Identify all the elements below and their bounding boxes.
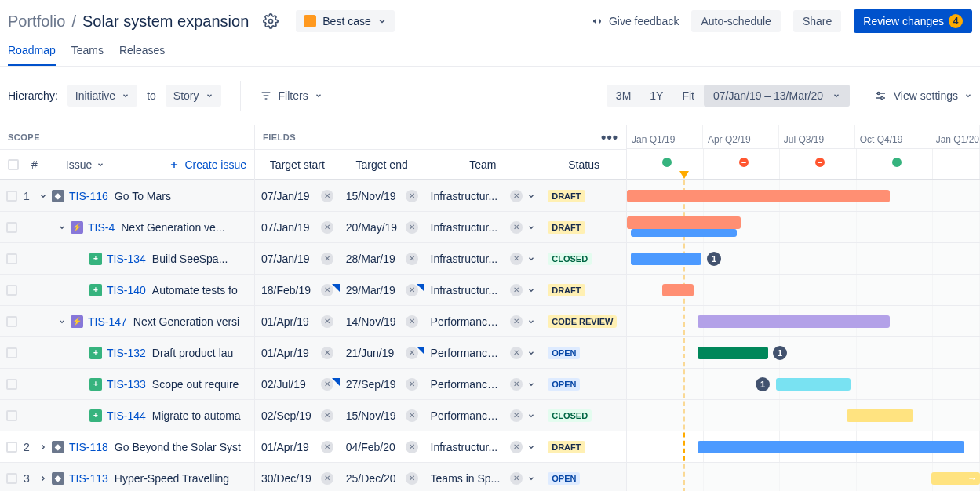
timeline-bar[interactable] (627, 216, 741, 229)
target-end-cell[interactable]: 14/Nov/19✕ (340, 315, 424, 328)
clear-icon[interactable]: ✕ (321, 315, 333, 328)
team-cell[interactable]: Infrastructur...✕ (424, 284, 542, 296)
clear-icon[interactable]: ✕ (406, 409, 418, 422)
target-end-cell[interactable]: 29/Mar/19✕ (340, 284, 424, 296)
target-end-cell[interactable]: 15/Nov/19✕ (340, 409, 424, 422)
range-3m[interactable]: 3M (607, 85, 640, 107)
clear-icon[interactable]: ✕ (321, 409, 333, 422)
range-1y[interactable]: 1Y (640, 85, 672, 107)
target-end-cell[interactable]: 04/Feb/20✕ (340, 441, 424, 453)
hierarchy-to-select[interactable]: Story (166, 85, 221, 107)
clear-icon[interactable]: ✕ (406, 190, 418, 202)
row-checkbox[interactable] (6, 442, 17, 453)
hierarchy-from-select[interactable]: Initiative (67, 85, 137, 107)
clear-icon[interactable]: ✕ (510, 378, 523, 391)
target-start-cell[interactable]: 07/Jan/19✕ (255, 190, 340, 202)
expand-toggle[interactable] (38, 192, 49, 200)
row-checkbox[interactable] (6, 379, 17, 390)
target-end-cell[interactable]: 15/Nov/19✕ (340, 190, 424, 202)
clear-icon[interactable]: ✕ (510, 284, 523, 296)
dependency-count-badge[interactable]: 1 (773, 346, 787, 360)
clear-icon[interactable]: ✕ (406, 378, 418, 391)
issue-key[interactable]: TIS-118 (69, 441, 108, 453)
target-start-cell[interactable]: 01/Apr/19✕ (255, 441, 340, 453)
issue-key[interactable]: TIS-147 (88, 315, 127, 328)
timeline-bar[interactable] (698, 347, 768, 359)
row-checkbox[interactable] (6, 222, 17, 233)
team-cell[interactable]: Performance...✕ (424, 315, 542, 328)
target-end-cell[interactable]: 25/Dec/20✕ (340, 472, 424, 485)
team-cell[interactable]: Infrastructur...✕ (424, 190, 542, 202)
clear-icon[interactable]: ✕ (406, 221, 418, 234)
scope-row[interactable]: ⚡TIS-147Next Generation versi (0, 306, 254, 337)
clear-icon[interactable]: ✕ (510, 409, 523, 422)
target-start-cell[interactable]: 02/Sep/19✕ (255, 409, 340, 422)
review-changes-button[interactable]: Review changes 4 (854, 9, 972, 33)
issue-key[interactable]: TIS-133 (107, 378, 146, 391)
target-start-cell[interactable]: 30/Dec/19✕ (255, 472, 340, 485)
scope-row[interactable]: +TIS-133Scope out require (0, 369, 254, 400)
timeline-bar[interactable] (631, 229, 737, 237)
team-cell[interactable]: Performance...✕ (424, 378, 542, 391)
timeline-bar[interactable] (627, 190, 890, 202)
team-cell[interactable]: Teams in Sp...✕ (424, 472, 542, 485)
issue-key[interactable]: TIS-116 (69, 190, 108, 202)
clear-icon[interactable]: ✕ (406, 253, 418, 265)
row-checkbox[interactable] (6, 410, 17, 421)
scope-row[interactable]: +TIS-134Build SeeSpa... (0, 243, 254, 275)
give-feedback-link[interactable]: Give feedback (592, 15, 679, 27)
target-start-cell[interactable]: 07/Jan/19✕ (255, 221, 340, 234)
timeline-bar[interactable] (698, 441, 964, 453)
expand-toggle[interactable] (56, 224, 67, 231)
filters-button[interactable]: Filters (260, 89, 322, 102)
target-start-cell[interactable]: 01/Apr/19✕ (255, 315, 340, 328)
issue-key[interactable]: TIS-132 (107, 347, 146, 359)
target-start-cell[interactable]: 07/Jan/19✕ (255, 253, 340, 265)
scope-row[interactable]: ⚡TIS-4Next Generation ve... (0, 212, 254, 243)
scope-row[interactable]: 3◆TIS-113Hyper-Speed Travelling (0, 463, 254, 491)
create-issue-button[interactable]: Create issue (169, 158, 246, 171)
scope-row[interactable]: 2◆TIS-118Go Beyond the Solar Syst (0, 431, 254, 463)
clear-icon[interactable]: ✕ (406, 441, 418, 453)
scope-row[interactable]: 1◆TIS-116Go To Mars (0, 180, 254, 212)
expand-toggle[interactable] (38, 443, 49, 451)
expand-toggle[interactable] (38, 475, 49, 482)
scope-row[interactable]: +TIS-140Automate tests fo (0, 275, 254, 306)
clear-icon[interactable]: ✕ (321, 190, 333, 202)
tab-teams[interactable]: Teams (71, 44, 104, 66)
clear-icon[interactable]: ✕ (321, 347, 333, 359)
issue-key[interactable]: TIS-144 (107, 409, 146, 422)
clear-icon[interactable]: ✕ (510, 347, 523, 359)
clear-icon[interactable]: ✕ (321, 472, 333, 485)
team-cell[interactable]: Infrastructur...✕ (424, 221, 542, 234)
select-all-checkbox[interactable] (8, 159, 19, 170)
timeline-bar[interactable] (847, 409, 913, 422)
tab-releases[interactable]: Releases (119, 44, 165, 66)
issue-key[interactable]: TIS-113 (69, 472, 108, 485)
team-cell[interactable]: Performance...✕ (424, 409, 542, 422)
expand-toggle[interactable] (56, 318, 67, 326)
clear-icon[interactable]: ✕ (510, 472, 523, 485)
scenario-selector[interactable]: Best case (296, 10, 394, 32)
clear-icon[interactable]: ✕ (510, 441, 523, 453)
clear-icon[interactable]: ✕ (406, 472, 418, 485)
auto-schedule-button[interactable]: Auto-schedule (691, 10, 781, 32)
row-checkbox[interactable] (6, 191, 17, 202)
target-end-cell[interactable]: 28/Mar/19✕ (340, 253, 424, 265)
timeline-bar[interactable] (776, 378, 851, 391)
scope-row[interactable]: +TIS-132Draft product lau (0, 337, 254, 369)
clear-icon[interactable]: ✕ (510, 190, 523, 202)
team-cell[interactable]: Infrastructur...✕ (424, 253, 542, 265)
clear-icon[interactable]: ✕ (321, 441, 333, 453)
clear-icon[interactable]: ✕ (321, 221, 333, 234)
timeline-bar[interactable] (698, 315, 890, 328)
share-button[interactable]: Share (793, 10, 841, 32)
target-start-cell[interactable]: 18/Feb/19✕ (255, 284, 340, 296)
range-custom[interactable]: 07/Jan/19 – 13/Mar/20 (704, 85, 850, 107)
clear-icon[interactable]: ✕ (321, 253, 333, 265)
view-settings-button[interactable]: View settings (873, 89, 972, 103)
dependency-count-badge[interactable]: 1 (707, 252, 721, 266)
timeline-bar[interactable] (631, 253, 701, 265)
timeline-body[interactable]: 111→ (627, 180, 980, 491)
fields-more-button[interactable]: ••• (601, 129, 618, 146)
